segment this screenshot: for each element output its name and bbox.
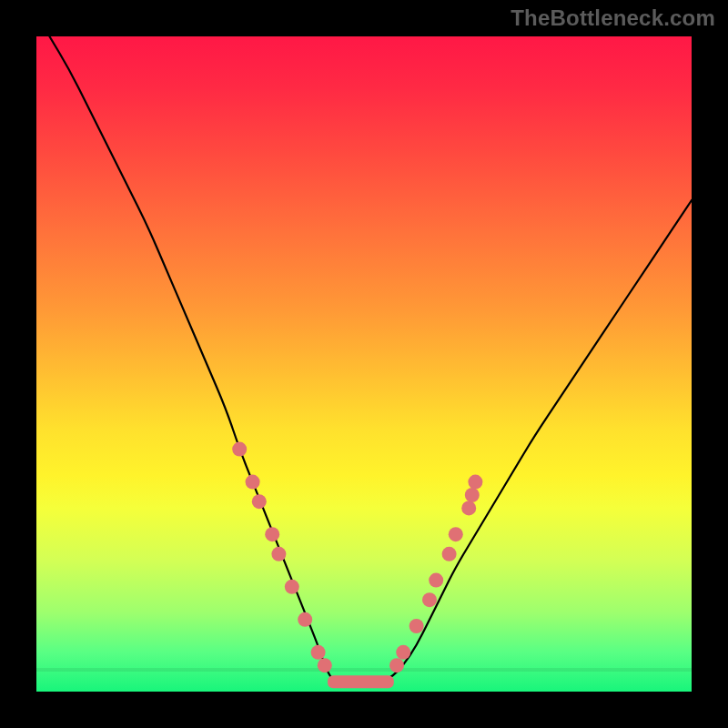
- curve-marker: [442, 547, 457, 561]
- chart-frame: TheBottleneck.com: [0, 0, 728, 728]
- curve-marker: [461, 500, 476, 515]
- curve-marker: [318, 658, 332, 672]
- curve-marker: [298, 612, 312, 627]
- curve-marker: [410, 619, 424, 633]
- curve-marker: [232, 442, 247, 457]
- plateau-band: [328, 675, 394, 688]
- curve-marker: [468, 475, 482, 490]
- curve-marker: [311, 645, 326, 660]
- curve-marker: [449, 527, 463, 541]
- bottleneck-curve: [49, 36, 692, 682]
- watermark-text: TheBottleneck.com: [0, 5, 715, 31]
- plot-area: [36, 36, 692, 692]
- curve-markers: [232, 442, 482, 673]
- curve-marker: [285, 580, 299, 594]
- curve-marker: [389, 658, 404, 672]
- curve-marker: [422, 592, 437, 607]
- curve-marker: [265, 527, 279, 541]
- chart-svg: [36, 36, 692, 692]
- curve-marker: [396, 645, 410, 660]
- curve-marker: [465, 488, 480, 502]
- curve-marker: [429, 573, 443, 588]
- curve-marker: [246, 475, 260, 490]
- curve-marker: [271, 547, 286, 561]
- curve-marker: [252, 494, 267, 509]
